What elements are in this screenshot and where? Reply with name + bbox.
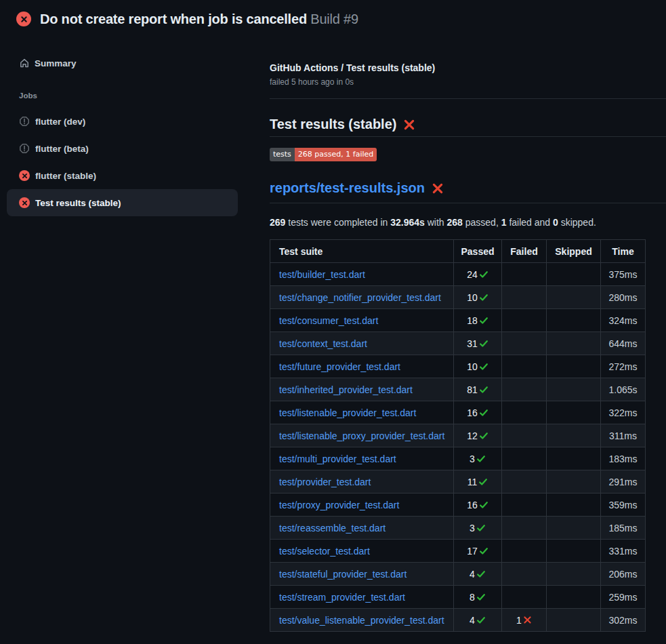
run-breadcrumb: GitHub Actions / Test results (stable) [270,62,666,73]
test-suite-link[interactable]: test/consumer_test.dart [279,315,378,326]
table-row: test/proxy_provider_test.dart16359ms [270,494,646,517]
check-icon [479,362,488,371]
table-row: test/stream_provider_test.dart8259ms [270,586,646,609]
table-row: test/stateful_provider_test.dart4206ms [270,563,646,586]
badge-value: 268 passed, 1 failed [295,148,377,161]
passed-cell: 3 [470,523,486,534]
cancelled-icon [19,143,30,154]
time-cell: 185ms [608,523,637,534]
check-icon [479,385,488,395]
page-title: Do not create report when job is cancell… [40,12,358,27]
sidebar-item-summary[interactable]: Summary [19,55,270,71]
column-header-time: Time [601,240,646,263]
time-cell: 311ms [609,430,637,441]
passed-cell: 16 [467,407,488,418]
table-row: test/selector_test.dart17331ms [270,540,646,563]
passed-cell: 31 [467,338,488,349]
build-name: Do not create report when job is cancell… [40,12,307,26]
build-number: Build #9 [310,12,358,26]
sidebar: Summary Jobs flutter (dev)flutter (beta)… [0,26,270,632]
column-header-passed: Passed [454,240,502,263]
sidebar-job-flutter-beta-[interactable]: flutter (beta) [7,135,238,162]
table-header-row: Test suitePassedFailedSkippedTime [270,240,646,263]
column-header-skipped: Skipped [547,240,601,263]
time-cell: 302ms [608,615,637,626]
time-cell: 375ms [608,269,637,280]
test-suite-link[interactable]: test/inherited_provider_test.dart [279,384,413,395]
badge-label: tests [270,148,295,161]
time-cell: 206ms [608,569,637,580]
failed-cell: 1 [516,615,532,626]
column-header-test-suite: Test suite [270,240,454,263]
table-row: test/listenable_proxy_provider_test.dart… [270,424,646,447]
column-header-failed: Failed [502,240,547,263]
check-icon [479,339,488,348]
test-suite-link[interactable]: test/listenable_provider_test.dart [279,407,416,418]
summary-text: passed, [463,217,501,228]
summary-label: Summary [35,58,77,68]
test-suite-link[interactable]: test/listenable_proxy_provider_test.dart [279,430,444,441]
test-suite-link[interactable]: test/context_test.dart [279,338,367,349]
table-row: test/multi_provider_test.dart3183ms [270,447,646,470]
passed-cell: 8 [470,592,486,603]
test-results-table: Test suitePassedFailedSkippedTime test/b… [270,239,646,632]
test-suite-link[interactable]: test/multi_provider_test.dart [279,454,396,464]
passed-cell: 4 [470,569,486,580]
test-suite-link[interactable]: test/builder_test.dart [279,269,365,280]
time-cell: 259ms [608,592,637,603]
time-cell: 291ms [608,477,637,487]
table-row: test/provider_test.dart11291ms [270,470,646,494]
sidebar-job-test-results-stable-[interactable]: Test results (stable) [7,189,238,216]
section-heading: Test results (stable) [270,117,666,137]
summary-text: with [425,217,447,228]
passed-cell: 17 [467,546,488,557]
passed-cell: 12 [467,430,488,441]
test-suite-link[interactable]: test/value_listenable_provider_test.dart [279,615,444,626]
job-label: flutter (beta) [35,144,89,154]
table-row: test/value_listenable_provider_test.dart… [270,609,646,632]
passed-cell: 81 [467,384,488,395]
check-icon [479,431,488,441]
check-icon [479,316,488,325]
failed-x-icon [403,119,415,131]
section-title: Test results (stable) [270,117,396,132]
report-link[interactable]: reports/test-results.json [270,180,425,196]
check-icon [476,569,486,579]
table-row: test/builder_test.dart24375ms [270,263,646,286]
jobs-section-label: Jobs [19,92,270,100]
test-suite-link[interactable]: test/stateful_provider_test.dart [279,569,407,580]
test-suite-link[interactable]: test/proxy_provider_test.dart [279,500,399,510]
divider [270,98,666,99]
table-row: test/context_test.dart31644ms [270,332,646,355]
time-cell: 1.065s [608,384,637,395]
test-suite-link[interactable]: test/change_notifier_provider_test.dart [279,292,441,303]
x-icon [523,616,532,624]
sidebar-job-flutter-stable-[interactable]: flutter (stable) [7,162,238,189]
sidebar-job-flutter-dev-[interactable]: flutter (dev) [7,108,238,135]
passed-cell: 10 [467,292,488,303]
test-suite-link[interactable]: test/reassemble_test.dart [279,523,386,534]
check-icon [476,592,486,602]
tests-summary-text: 269 tests were completed in 32.964s with… [270,217,666,228]
test-suite-link[interactable]: test/stream_provider_test.dart [279,592,405,603]
time-cell: 280ms [608,292,637,303]
cancelled-icon [19,116,30,127]
table-row: test/inherited_provider_test.dart811.065… [270,378,646,401]
test-suite-link[interactable]: test/future_provider_test.dart [279,361,400,372]
summary-text: tests were completed in [285,217,390,228]
time-cell: 183ms [608,454,637,464]
summary-number: 0 [553,217,558,228]
job-list: flutter (dev)flutter (beta)flutter (stab… [7,108,238,216]
summary-number: 269 [270,217,285,228]
check-icon [479,500,488,510]
summary-number: 268 [447,217,463,228]
test-suite-link[interactable]: test/selector_test.dart [279,546,370,557]
time-cell: 272ms [608,361,637,372]
time-cell: 322ms [608,407,637,418]
test-suite-link[interactable]: test/provider_test.dart [279,477,371,487]
report-heading: reports/test-results.json [270,180,666,203]
job-label: Test results (stable) [35,198,121,208]
time-cell: 644ms [608,338,637,349]
run-status-text: failed 5 hours ago in 0s [270,77,666,87]
home-icon [19,58,30,68]
